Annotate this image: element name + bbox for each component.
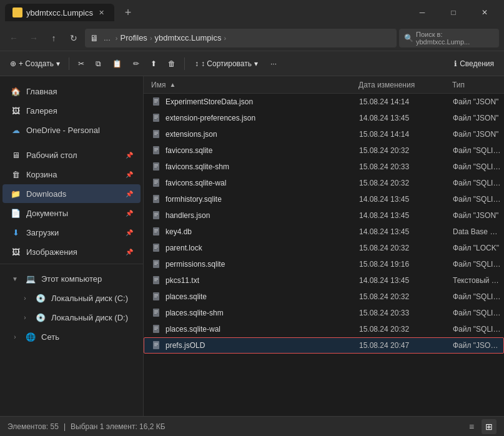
share-btn[interactable]: ⬆ <box>146 55 162 72</box>
copy-btn[interactable]: ⧉ <box>91 55 106 72</box>
table-row[interactable]: favicons.sqlite 15.08.24 20:32 Файл "SQL… <box>144 142 504 159</box>
table-row[interactable]: prefs.jsOLD 15.08.24 20:47 Файл "JSOLD" <box>144 337 504 354</box>
sort-btn[interactable]: ↕ ↕ Сортировать ▾ <box>189 55 264 72</box>
table-row[interactable]: extension-preferences.json 14.08.24 13:4… <box>144 110 504 126</box>
table-row[interactable]: places.sqlite-shm 15.08.24 20:33 Файл "S… <box>144 305 504 321</box>
cut-btn[interactable]: ✂ <box>73 55 89 72</box>
up-btn[interactable]: ↑ <box>45 29 62 47</box>
table-row[interactable]: extensions.json 15.08.24 14:14 Файл "JSO… <box>144 126 504 142</box>
file-doc-icon <box>152 340 162 350</box>
sidebar-item-docs[interactable]: 📄 Документы 📌 <box>2 204 141 222</box>
breadcrumb-more[interactable]: ... <box>101 33 113 42</box>
paste-btn[interactable]: 📋 <box>107 55 127 72</box>
table-row[interactable]: places.sqlite-wal 15.08.24 20:32 Файл "S… <box>144 321 504 337</box>
sidebar-item-desktop[interactable]: 🖥 Рабочий стол 📌 <box>2 146 141 164</box>
svg-rect-62 <box>154 344 158 345</box>
more-options-btn[interactable]: ··· <box>265 55 282 72</box>
sidebar-item-onedrive[interactable]: ☁ OneDrive - Personal <box>2 121 141 139</box>
rename-icon: ✏ <box>133 59 139 68</box>
file-date-cell: 15.08.24 20:32 <box>359 292 453 301</box>
drive-d-expand-icon[interactable]: › <box>20 312 30 322</box>
details-view-btn[interactable]: ⊞ <box>482 419 497 434</box>
svg-rect-51 <box>154 297 157 297</box>
svg-rect-26 <box>154 198 158 199</box>
file-date-cell: 14.08.24 13:45 <box>359 227 453 236</box>
share-icon: ⬆ <box>151 59 157 68</box>
delete-btn[interactable]: 🗑 <box>163 55 180 72</box>
table-row[interactable]: favicons.sqlite-wal 15.08.24 20:32 Файл … <box>144 175 504 191</box>
sidebar-item-trash[interactable]: 🗑 Корзина 📌 <box>2 165 141 184</box>
file-header: Имя ▲ Дата изменения Тип <box>144 76 504 94</box>
downloads2-icon: ⬇ <box>10 227 21 238</box>
maximize-btn[interactable]: □ <box>439 2 468 22</box>
home-icon: 🏠 <box>10 86 21 97</box>
addressbar: ← → ↑ ↻ 🖥 ... › Profiles › ybdmtxcc.Lump… <box>0 25 504 51</box>
svg-rect-23 <box>154 183 157 184</box>
file-doc-icon <box>152 178 162 188</box>
file-name-text: extension-preferences.json <box>166 114 255 122</box>
address-box[interactable]: 🖥 ... › Profiles › ybdmtxcc.Lumpics › <box>85 29 397 47</box>
svg-rect-10 <box>154 133 158 134</box>
close-btn[interactable]: ✕ <box>470 2 499 22</box>
create-chevron: ▾ <box>56 59 60 68</box>
network-expand-icon[interactable]: › <box>10 332 20 342</box>
table-row[interactable]: ExperimentStoreData.json 15.08.24 14:14 … <box>144 94 504 110</box>
forward-btn[interactable]: → <box>25 29 42 47</box>
sidebar-item-drive-c[interactable]: › 💿 Локальный диск (C:) <box>2 289 141 307</box>
table-row[interactable]: key4.db 14.08.24 13:45 Data Base File <box>144 224 504 240</box>
sidebar-item-computer[interactable]: ▼ 💻 Этот компьютер <box>2 269 141 288</box>
sidebar: 🏠 Главная 🖼 Галерея ☁ OneDrive - Persona… <box>0 76 144 416</box>
desktop-pin-icon: 📌 <box>126 152 133 159</box>
svg-rect-24 <box>153 195 159 203</box>
file-name-cell: favicons.sqlite-shm <box>147 162 359 172</box>
new-tab-btn[interactable]: + <box>119 4 137 21</box>
sidebar-item-home[interactable]: 🏠 Главная <box>2 82 141 101</box>
table-row[interactable]: pkcs11.txt 14.08.24 13:45 Текстовый доку… <box>144 272 504 289</box>
svg-rect-6 <box>154 117 158 117</box>
table-row[interactable]: parent.lock 15.08.24 20:32 Файл "LOCK" <box>144 240 504 256</box>
sidebar-item-network[interactable]: › 🌐 Сеть <box>2 327 141 346</box>
table-row[interactable]: formhistory.sqlite 14.08.24 13:45 Файл "… <box>144 191 504 207</box>
file-name-cell: ExperimentStoreData.json <box>147 97 359 107</box>
tab-close-btn[interactable]: ✕ <box>97 7 107 17</box>
rename-btn[interactable]: ✏ <box>128 55 144 72</box>
file-doc-icon <box>152 146 162 156</box>
file-doc-icon <box>152 113 162 123</box>
breadcrumb-profiles[interactable]: Profiles <box>121 33 147 42</box>
list-view-btn[interactable]: ≡ <box>464 419 479 434</box>
table-row[interactable]: permissions.sqlite 15.08.24 19:16 Файл "… <box>144 256 504 272</box>
sidebar-item-drive-d[interactable]: › 💿 Локальный диск (D:) <box>2 308 141 327</box>
tab-active[interactable]: ybdmtxcc.Lumpics ✕ <box>5 4 114 21</box>
search-placeholder: Поиск в: ybdmtxcc.Lump... <box>416 31 494 46</box>
sidebar-item-gallery[interactable]: 🖼 Галерея <box>2 101 141 120</box>
sidebar-label-drive-c: Локальный диск (C:) <box>51 294 133 303</box>
table-row[interactable]: favicons.sqlite-shm 15.08.24 20:33 Файл … <box>144 159 504 175</box>
refresh-btn[interactable]: ↻ <box>65 29 82 47</box>
create-icon: ⊕ <box>10 59 16 68</box>
file-name-cell: extensions.json <box>147 129 359 139</box>
sort-label: ↕ Сортировать <box>201 59 252 68</box>
file-type-cell: Файл "SQLITE" <box>453 195 501 204</box>
toolbar-sep1 <box>69 57 69 70</box>
search-box[interactable]: 🔍 Поиск в: ybdmtxcc.Lump... <box>399 29 499 47</box>
svg-rect-25 <box>154 197 158 197</box>
info-btn[interactable]: ℹ Сведения <box>449 55 499 72</box>
downloads-pin-icon: 📌 <box>126 191 133 197</box>
computer-expand-icon[interactable]: ▼ <box>10 274 20 284</box>
delete-icon: 🗑 <box>168 59 175 68</box>
statusbar: Элементов: 55 | Выбран 1 элемент: 16,2 К… <box>0 416 504 436</box>
file-name-cell: prefs.jsOLD <box>147 340 359 350</box>
minimize-btn[interactable]: ─ <box>408 2 437 22</box>
table-row[interactable]: handlers.json 14.08.24 13:45 Файл "JSON" <box>144 207 504 224</box>
file-date-cell: 15.08.24 20:32 <box>359 146 453 155</box>
sidebar-item-downloads[interactable]: 📁 Downloads 📌 <box>2 184 141 203</box>
table-row[interactable]: places.sqlite 15.08.24 20:32 Файл "SQLIT… <box>144 289 504 305</box>
drive-c-expand-icon[interactable]: › <box>20 293 30 303</box>
file-area: Имя ▲ Дата изменения Тип ExperimentStore… <box>144 76 504 416</box>
create-btn[interactable]: ⊕ + Создать ▾ <box>5 55 65 72</box>
breadcrumb-folder[interactable]: ybdmtxcc.Lumpics <box>155 33 222 42</box>
svg-rect-3 <box>154 102 157 102</box>
sidebar-item-downloads2[interactable]: ⬇ Загрузки 📌 <box>2 223 141 242</box>
back-btn[interactable]: ← <box>5 29 22 47</box>
sidebar-item-images[interactable]: 🖼 Изображения 📌 <box>2 242 141 261</box>
